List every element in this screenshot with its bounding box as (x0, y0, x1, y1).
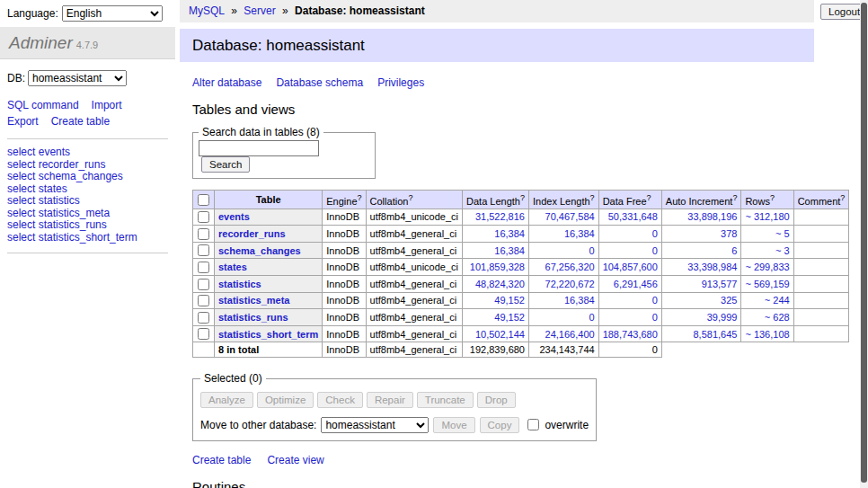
table-name-link[interactable]: events (218, 211, 250, 222)
table-link[interactable]: statistics_meta (39, 207, 110, 219)
data-free-cell-link[interactable]: 104,857,600 (603, 262, 658, 272)
rows-cell-link[interactable]: ~ 312,180 (745, 211, 789, 222)
data-length-cell-link[interactable]: 16,384 (494, 228, 525, 239)
index-length-cell-link[interactable]: 16,384 (564, 295, 595, 306)
data-free-cell-link[interactable]: 188,743,680 (603, 329, 658, 340)
table-link[interactable]: states (39, 182, 67, 195)
sidebar-link[interactable]: Import (92, 99, 122, 111)
move-button[interactable]: Move (433, 417, 474, 433)
create-link[interactable]: Create view (267, 454, 323, 466)
db-action-link[interactable]: Database schema (276, 76, 363, 89)
row-checkbox[interactable] (198, 279, 209, 290)
overwrite-checkbox[interactable] (527, 419, 539, 430)
auto-increment-cell-link[interactable]: 33,398,984 (687, 262, 737, 272)
rows-cell-link[interactable]: ~ 569,159 (745, 279, 789, 289)
row-checkbox[interactable] (198, 228, 209, 240)
db-action-link[interactable]: Alter database (192, 76, 261, 89)
auto-increment-cell-link[interactable]: 39,999 (707, 312, 738, 323)
data-length-cell-link[interactable]: 101,859,328 (470, 262, 525, 272)
rows-cell-link[interactable]: ~ 3 (775, 245, 790, 256)
db-action-link[interactable]: Privileges (377, 76, 424, 89)
breadcrumb-item[interactable]: Server (244, 4, 275, 17)
move-db-select[interactable]: homeassistant (321, 417, 429, 433)
auto-increment-cell-link[interactable]: 378 (721, 228, 737, 239)
index-length-cell-link[interactable]: 16,384 (564, 228, 595, 239)
select-table-link[interactable]: select (7, 218, 35, 231)
data-free-cell-link[interactable]: 6,291,456 (614, 279, 658, 289)
data-length-cell-link[interactable]: 31,522,816 (475, 211, 525, 222)
index-length-cell-link[interactable]: 67,256,320 (545, 262, 595, 272)
select-table-link[interactable]: select (7, 170, 35, 182)
index-length-cell-link[interactable]: 0 (589, 312, 595, 323)
truncate-button[interactable]: Truncate (417, 392, 474, 408)
data-length-cell-link[interactable]: 49,152 (494, 295, 525, 306)
table-name-link[interactable]: recorder_runs (218, 228, 286, 239)
data-length-cell-link[interactable]: 49,152 (494, 312, 525, 323)
data-length-cell-link[interactable]: 48,824,320 (475, 279, 525, 289)
table-link[interactable]: schema_changes (39, 170, 123, 182)
select-table-link[interactable]: select (7, 231, 35, 244)
row-checkbox[interactable] (198, 312, 209, 324)
rows-cell-link[interactable]: ~ 628 (765, 312, 790, 323)
data-length-cell-link[interactable]: 10,502,144 (475, 329, 525, 340)
create-link[interactable]: Create table (192, 454, 251, 466)
data-free-cell-link[interactable]: 0 (652, 312, 658, 323)
table-name-link[interactable]: statistics_meta (218, 295, 290, 306)
auto-increment-cell-link[interactable]: 913,577 (702, 279, 738, 289)
auto-increment-cell-link[interactable]: 6 (731, 245, 737, 256)
scrollbar-thumb[interactable] (861, 3, 867, 483)
table-name-link[interactable]: schema_changes (218, 245, 301, 256)
table-name-link[interactable]: statistics_runs (218, 312, 288, 323)
sidebar-link[interactable]: SQL command (7, 99, 79, 111)
analyze-button[interactable]: Analyze (200, 392, 253, 408)
scrollbar[interactable] (860, 0, 868, 488)
select-all-checkbox[interactable] (198, 194, 209, 206)
table-link[interactable]: statistics (39, 194, 80, 207)
row-checkbox[interactable] (198, 262, 209, 273)
index-length-cell-link[interactable]: 24,166,400 (545, 329, 595, 340)
select-table-link[interactable]: select (7, 146, 35, 158)
table-link[interactable]: statistics_runs (39, 218, 107, 231)
auto-increment-cell-link[interactable]: 8,581,645 (693, 329, 737, 340)
select-table-link[interactable]: select (7, 158, 35, 171)
table-link[interactable]: events (39, 146, 70, 158)
language-select[interactable]: English (62, 5, 163, 22)
auto-increment-cell-link[interactable]: 33,898,196 (687, 211, 737, 222)
search-button[interactable]: Search (201, 156, 250, 173)
select-table-link[interactable]: select (7, 182, 35, 195)
row-checkbox[interactable] (198, 244, 209, 256)
select-table-link[interactable]: select (7, 207, 35, 219)
copy-button[interactable]: Copy (480, 417, 520, 433)
sidebar-link[interactable]: Export (7, 115, 39, 128)
select-table-link[interactable]: select (7, 194, 35, 207)
auto-increment-cell-link[interactable]: 325 (721, 295, 737, 306)
table-name-link[interactable]: statistics_short_term (218, 329, 318, 340)
repair-button[interactable]: Repair (367, 392, 413, 408)
rows-cell-link[interactable]: ~ 299,833 (745, 262, 789, 272)
row-checkbox[interactable] (198, 211, 209, 223)
drop-button[interactable]: Drop (477, 392, 516, 408)
data-free-cell-link[interactable]: 50,331,648 (608, 211, 658, 222)
check-button[interactable]: Check (317, 392, 363, 408)
sidebar-link[interactable]: Create table (51, 115, 110, 128)
rows-cell-link[interactable]: ~ 5 (775, 228, 790, 239)
index-length-cell-link[interactable]: 0 (589, 245, 595, 256)
table-link[interactable]: statistics_short_term (39, 231, 137, 244)
table-link[interactable]: recorder_runs (39, 158, 106, 171)
rows-cell-link[interactable]: ~ 136,108 (745, 329, 789, 340)
data-free-cell-link[interactable]: 0 (652, 245, 658, 256)
data-free-cell-link[interactable]: 0 (652, 295, 658, 306)
data-length-cell-link[interactable]: 16,384 (494, 245, 525, 256)
table-name-link[interactable]: statistics (218, 279, 261, 289)
search-input[interactable] (199, 140, 319, 156)
db-select[interactable]: homeassistant (28, 70, 127, 86)
row-checkbox[interactable] (198, 295, 209, 306)
table-name-link[interactable]: states (218, 262, 247, 272)
rows-cell-link[interactable]: ~ 244 (765, 295, 790, 306)
row-checkbox[interactable] (198, 328, 209, 340)
breadcrumb-item[interactable]: MySQL (189, 4, 225, 17)
index-length-cell-link[interactable]: 70,467,584 (545, 211, 595, 222)
data-free-cell-link[interactable]: 0 (652, 228, 658, 239)
optimize-button[interactable]: Optimize (257, 392, 314, 408)
index-length-cell-link[interactable]: 72,220,672 (545, 279, 595, 289)
